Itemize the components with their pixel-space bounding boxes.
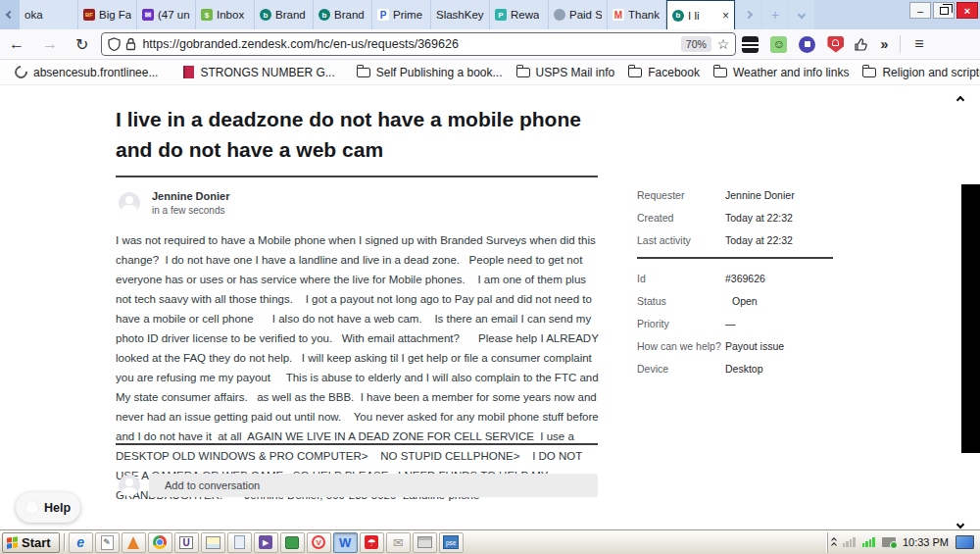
detail-value: Payout issue [725,340,784,352]
list-tabs-button[interactable] [789,0,814,29]
browser-tab[interactable]: bBrand [255,0,314,29]
detail-value: Today at 22:32 [725,234,793,246]
browser-tab-active[interactable]: bI li× [666,0,735,29]
browser-tab[interactable]: PPrime [372,0,431,29]
ticket-details-sidebar: RequesterJennine Donier CreatedToday at … [637,189,833,385]
browser-tab[interactable]: Paid S [549,0,608,29]
detail-value: — [725,318,736,329]
vlc-icon[interactable] [122,532,146,553]
restore-button[interactable] [933,2,955,19]
chevron-up-icon [956,96,964,104]
pocket-extension-icon[interactable] [742,36,759,53]
tab-close-icon[interactable]: × [722,9,729,23]
dictionary-icon[interactable]: U [174,532,199,553]
browser-tab[interactable]: PRewa [490,0,549,29]
start-button[interactable]: Start [2,532,60,553]
zoom-level-badge[interactable]: 70% [681,36,711,52]
help-widget-button[interactable]: Help [16,492,80,523]
tab-scroll-left-button[interactable] [0,0,20,29]
detail-row: StatusOpen [637,295,833,307]
browser-tab[interactable]: SlashKey [431,0,490,29]
bookmark-folder[interactable]: Religion and scripture ... [856,66,980,79]
scanner-icon[interactable] [413,532,437,553]
divider [116,443,598,445]
detail-label: Requester [637,189,725,201]
vivaldi-icon[interactable]: V [307,532,331,553]
comment-timestamp: in a few seconds [152,205,225,216]
clock[interactable]: 10:33 PM [903,536,949,548]
close-button[interactable]: × [956,2,978,19]
detail-label: Last activity [637,234,725,246]
frontline-favicon [12,63,29,80]
photoshop-elements-icon[interactable]: pse [439,532,464,553]
tab-favicon: P [495,9,507,21]
chevron-down-icon [798,11,806,19]
media-player-icon[interactable]: ▶ [254,532,278,553]
folder-icon [862,68,876,77]
forward-button[interactable]: → [33,35,67,53]
browser-tab[interactable]: oka [20,0,78,29]
wordweb-icon[interactable]: W [333,532,358,553]
minimize-button[interactable]: – [909,2,931,19]
detail-value: #369626 [725,273,765,284]
bookmark-item[interactable]: absencesub.frontlinee... [8,66,165,79]
green-app-icon[interactable] [280,532,305,553]
bookmark-star-icon[interactable]: ☆ [717,36,730,52]
show-desktop-icon[interactable] [956,535,974,549]
red-shield-extension-icon[interactable] [827,36,844,53]
network-status-icon[interactable] [882,537,896,547]
bookmark-folder[interactable]: Facebook [621,66,707,79]
internet-explorer-icon[interactable]: e [69,532,93,553]
bookmark-label: Weather and info links [733,66,850,79]
signal-strength-green-icon[interactable] [862,537,875,547]
url-bar[interactable]: https://gobranded.zendesk.com/hc/en-us/r… [101,32,736,56]
notes-icon[interactable]: ✎ [95,532,120,553]
gmail-icon: M [612,9,624,21]
bookmark-folder[interactable]: Self Publishing a book... [350,66,510,79]
branded-icon: b [260,9,271,21]
reload-button[interactable]: ↻ [67,35,97,54]
cardfile-icon[interactable] [201,532,225,553]
lock-icon[interactable] [125,37,136,51]
add-to-conversation-input[interactable]: Add to conversation [149,474,598,497]
bookmark-label: Self Publishing a book... [376,66,503,79]
documents-icon[interactable] [227,532,252,553]
detail-value: Jennine Donier [725,189,795,201]
detail-label: How can we help? [637,340,725,352]
branded-icon: b [672,10,684,22]
ticket-title: I live in a deadzone do not have a mobil… [116,104,611,165]
toolbar-overflow-button[interactable]: » [872,36,896,52]
bookmarks-bar: absencesub.frontlinee... STRONGS NUMBER … [0,60,980,85]
hamburger-menu-icon[interactable]: ≡ [905,35,933,53]
bookmark-folder[interactable]: USPS Mail info [510,66,622,79]
mail-icon[interactable]: ✉ [386,532,411,553]
detail-label: Created [637,212,725,224]
browser-tab[interactable]: MThank [608,0,666,29]
thumbs-up-icon[interactable] [854,37,868,52]
browser-tab[interactable]: $Inbox [196,0,255,29]
back-button[interactable]: ← [0,35,33,53]
url-text[interactable]: https://gobranded.zendesk.com/hc/en-us/r… [142,37,680,51]
scroll-up-button[interactable] [957,89,963,107]
browser-tab[interactable]: bBrand [314,0,372,29]
smiley-extension-icon[interactable]: ☺ [770,36,787,53]
bookmark-item[interactable]: STRONGS NUMBER G... [176,66,341,79]
hidden-icons-chevron[interactable] [832,538,836,547]
avatar [119,192,140,214]
taskbar: Start e ✎ U ▶ V W ☂ ✉ pse 10:33 PM [0,529,980,554]
browser-tab[interactable]: ✉(47 un [137,0,196,29]
blue-circle-extension-icon[interactable] [799,36,815,53]
avira-icon[interactable]: ☂ [360,532,384,553]
browser-tab[interactable]: BFBig Fa [78,0,137,29]
folder-icon [713,68,727,77]
folder-icon [357,68,370,77]
new-tab-button[interactable]: + [762,0,788,29]
tab-scroll-right-button[interactable] [736,0,761,29]
tab-label: Big Fa [99,9,131,21]
chrome-icon[interactable] [148,532,172,553]
scrollbar-thumb[interactable] [961,184,980,453]
shield-icon[interactable] [108,37,121,51]
signal-strength-grey-icon[interactable] [843,537,856,547]
bookmark-folder[interactable]: Weather and info links [707,66,857,79]
tab-label: Prime [393,9,422,21]
